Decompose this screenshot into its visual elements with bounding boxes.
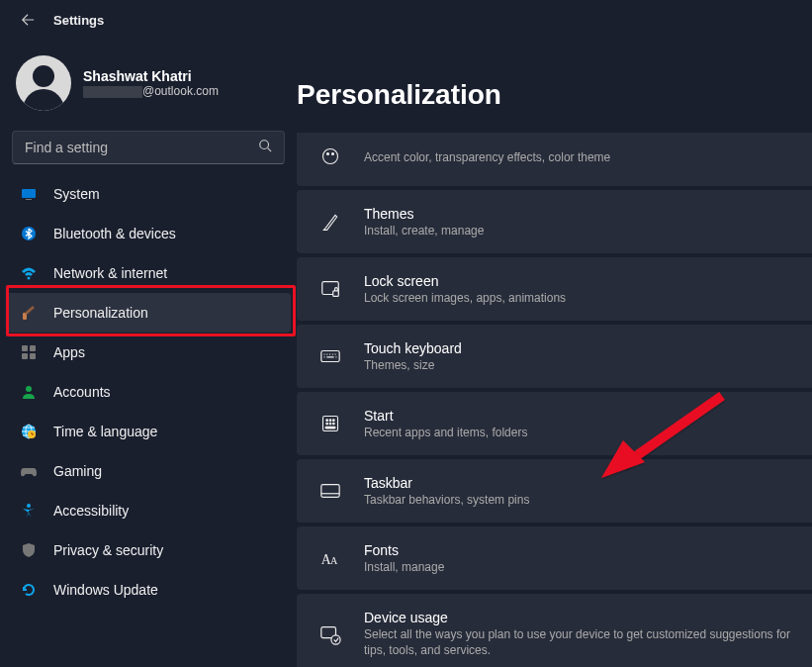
setting-card-themes[interactable]: Themes Install, create, manage <box>297 190 812 253</box>
sidebar-item-label: System <box>53 186 100 202</box>
svg-point-16 <box>327 153 329 155</box>
sidebar-item-label: Privacy & security <box>53 542 163 558</box>
setting-card-touchkeyboard[interactable]: Touch keyboard Themes, size <box>297 325 812 388</box>
accessibility-icon <box>20 502 38 520</box>
card-subtitle: Install, create, manage <box>364 224 484 238</box>
svg-point-4 <box>28 277 31 280</box>
paint-icon <box>20 304 38 322</box>
svg-point-17 <box>332 153 334 155</box>
setting-card-start[interactable]: Start Recent apps and items, folders <box>297 392 812 455</box>
svg-point-33 <box>331 635 340 644</box>
svg-point-22 <box>326 420 328 422</box>
sidebar-item-network[interactable]: Network & internet <box>6 253 291 293</box>
setting-card-colors[interactable]: Accent color, transparency effects, colo… <box>297 133 812 186</box>
sidebar-item-label: Time & language <box>53 424 157 439</box>
device-usage-icon <box>316 620 344 648</box>
apps-icon <box>20 343 38 361</box>
svg-rect-8 <box>22 353 28 359</box>
update-icon <box>20 581 38 599</box>
svg-point-24 <box>333 420 335 422</box>
setting-card-taskbar[interactable]: Taskbar Taskbar behaviors, system pins <box>297 459 812 523</box>
colors-icon <box>316 143 344 170</box>
svg-rect-29 <box>321 485 339 498</box>
svg-point-26 <box>329 423 331 425</box>
shield-icon <box>20 541 38 559</box>
card-subtitle: Install, manage <box>364 560 444 574</box>
svg-rect-20 <box>321 351 339 362</box>
svg-rect-2 <box>26 199 32 200</box>
card-subtitle: Recent apps and items, folders <box>364 426 527 439</box>
themes-icon <box>316 208 344 236</box>
svg-point-27 <box>333 423 335 425</box>
back-button[interactable] <box>16 8 40 32</box>
user-profile[interactable]: Shashwat Khatri @outlook.com <box>6 49 291 121</box>
setting-card-fonts[interactable]: AA Fonts Install, manage <box>297 526 812 590</box>
globe-icon <box>20 423 38 440</box>
setting-card-lockscreen[interactable]: Lock screen Lock screen images, apps, an… <box>297 257 812 321</box>
sidebar-item-label: Network & internet <box>53 265 167 281</box>
sidebar-item-personalization[interactable]: Personalization <box>6 293 291 333</box>
card-title: Device usage <box>364 610 792 625</box>
sidebar-item-label: Accessibility <box>53 503 129 519</box>
svg-text:A: A <box>330 555 338 566</box>
header-title: Settings <box>53 13 104 28</box>
svg-point-0 <box>260 141 269 149</box>
sidebar-item-accessibility[interactable]: Accessibility <box>6 491 291 530</box>
sidebar: Shashwat Khatri @outlook.com System Blue… <box>0 40 297 667</box>
lockscreen-icon <box>316 275 344 303</box>
svg-rect-6 <box>22 345 28 351</box>
sidebar-item-update[interactable]: Windows Update <box>6 570 291 610</box>
sidebar-item-time[interactable]: Time & language <box>6 412 291 451</box>
user-email: @outlook.com <box>83 84 219 98</box>
user-name: Shashwat Khatri <box>83 68 219 84</box>
wifi-icon <box>20 264 38 282</box>
bluetooth-icon <box>20 225 38 242</box>
sidebar-item-accounts[interactable]: Accounts <box>6 372 291 412</box>
svg-point-23 <box>329 420 331 422</box>
svg-rect-7 <box>30 345 36 351</box>
svg-rect-28 <box>325 427 335 429</box>
card-subtitle: Select all the ways you plan to use your… <box>364 627 792 658</box>
card-title: Touch keyboard <box>364 340 462 356</box>
sidebar-item-label: Gaming <box>53 463 102 479</box>
card-subtitle: Taskbar behaviors, system pins <box>364 493 529 507</box>
sidebar-item-label: Windows Update <box>53 582 158 598</box>
sidebar-item-privacy[interactable]: Privacy & security <box>6 530 291 570</box>
card-subtitle: Themes, size <box>364 358 462 372</box>
fonts-icon: AA <box>316 544 344 572</box>
sidebar-item-label: Apps <box>53 344 85 360</box>
svg-rect-1 <box>22 189 36 198</box>
svg-point-15 <box>323 149 338 164</box>
taskbar-icon <box>316 477 344 505</box>
svg-point-14 <box>27 504 31 508</box>
card-title: Lock screen <box>364 273 566 289</box>
sidebar-item-label: Personalization <box>53 305 148 321</box>
search-box[interactable] <box>12 131 285 164</box>
nav: System Bluetooth & devices Network & int… <box>6 174 291 610</box>
content: Personalization Accent color, transparen… <box>297 40 812 667</box>
sidebar-item-system[interactable]: System <box>6 174 291 214</box>
svg-rect-9 <box>30 353 36 359</box>
card-title: Start <box>364 408 527 424</box>
sidebar-item-apps[interactable]: Apps <box>6 333 291 372</box>
sidebar-item-label: Accounts <box>53 384 111 400</box>
svg-point-10 <box>26 386 32 392</box>
search-icon <box>258 139 272 156</box>
card-title: Taskbar <box>364 475 529 491</box>
keyboard-icon <box>316 342 344 370</box>
card-subtitle: Lock screen images, apps, animations <box>364 291 566 305</box>
sidebar-item-bluetooth[interactable]: Bluetooth & devices <box>6 214 291 253</box>
avatar <box>16 55 71 111</box>
header: Settings <box>0 0 812 40</box>
svg-rect-19 <box>333 291 339 297</box>
search-input[interactable] <box>25 140 258 155</box>
sidebar-item-label: Bluetooth & devices <box>53 226 176 241</box>
display-icon <box>20 185 38 203</box>
start-icon <box>316 410 344 437</box>
card-title: Fonts <box>364 542 444 558</box>
card-subtitle: Accent color, transparency effects, colo… <box>364 150 610 164</box>
sidebar-item-gaming[interactable]: Gaming <box>6 451 291 491</box>
gaming-icon <box>20 462 38 480</box>
setting-card-deviceusage[interactable]: Device usage Select all the ways you pla… <box>297 594 812 667</box>
page-title: Personalization <box>297 79 812 111</box>
